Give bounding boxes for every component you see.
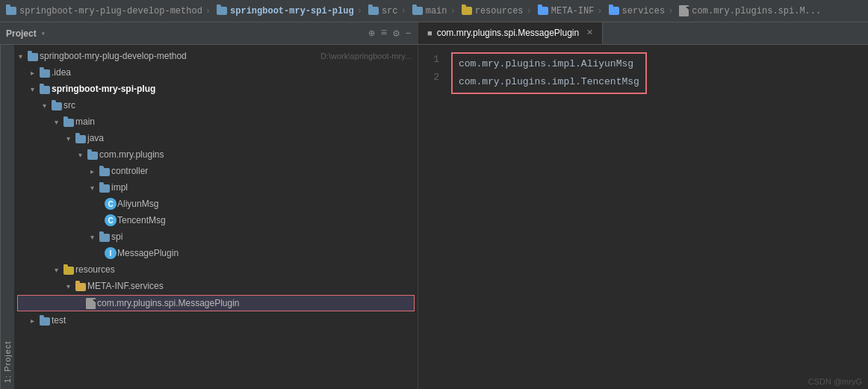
tree-item-main[interactable]: ▾ main bbox=[14, 113, 418, 130]
minimize-icon[interactable]: – bbox=[406, 27, 412, 40]
code-line-2: com.mry.plugins.impl.TencentMsg bbox=[459, 73, 639, 91]
folder-blue-icon bbox=[98, 182, 111, 193]
service-file-icon bbox=[84, 297, 97, 309]
folder-icon bbox=[6, 7, 16, 15]
tab-close-button[interactable]: ✕ bbox=[586, 28, 593, 37]
breadcrumb-label: src bbox=[382, 6, 398, 16]
panel-arrow: ▾ bbox=[41, 29, 46, 38]
class-icon: C bbox=[104, 214, 117, 227]
breadcrumb-label: springboot-mry-plug-develop-method bbox=[19, 6, 202, 16]
breadcrumb-item-resources[interactable]: resources bbox=[447, 6, 524, 16]
tree-item-resources[interactable]: ▾ resources bbox=[14, 261, 418, 278]
gear-icon[interactable]: ⚙ bbox=[393, 27, 399, 40]
breadcrumb-label: main bbox=[426, 6, 447, 16]
tree-scroll[interactable]: ▾ springboot-mry-plug-develop-method D:\… bbox=[14, 45, 418, 389]
tree-label: MessagePlugin bbox=[117, 248, 412, 258]
folder-blue-icon bbox=[86, 149, 99, 161]
tree-label: AliyunMsg bbox=[117, 199, 412, 209]
tree-item-test[interactable]: ▸ test bbox=[14, 312, 418, 329]
breadcrumb-item-metainf[interactable]: META-INF bbox=[524, 6, 595, 16]
folder-blue-icon bbox=[38, 84, 52, 95]
tree-item-spi[interactable]: ▾ spi bbox=[14, 228, 418, 245]
interface-icon: I bbox=[104, 247, 117, 260]
breadcrumb-item-root[interactable]: springboot-mry-plug-develop-method bbox=[6, 6, 202, 16]
tree-arrow: ▾ bbox=[86, 184, 98, 192]
folder-icon bbox=[217, 7, 227, 15]
service-file-icon bbox=[679, 5, 689, 16]
editor-panel: ■ com.mry.plugins.spi.MessagePlugin ✕ 1 … bbox=[418, 22, 868, 389]
tree-arrow: ▾ bbox=[62, 282, 74, 290]
tree-label: spi bbox=[111, 231, 412, 242]
tree-arrow: ▾ bbox=[38, 102, 50, 110]
tree-arrow: ▾ bbox=[50, 266, 62, 274]
folder-res-icon bbox=[462, 7, 472, 15]
tree-label: controller bbox=[111, 166, 412, 176]
breadcrumb-item-file[interactable]: com.mry.plugins.spi.M... bbox=[665, 5, 821, 16]
folder-blue-icon bbox=[62, 116, 75, 128]
breadcrumb-item-spi[interactable]: springboot-mry-spi-plug bbox=[202, 6, 354, 16]
tree-label: main bbox=[75, 116, 412, 127]
tree-item-messageplugin[interactable]: I MessagePlugin bbox=[14, 245, 418, 261]
folder-blue-icon bbox=[74, 133, 87, 144]
editor-content[interactable]: 1 2 com.mry.plugins.impl.AliyunMsg com.m… bbox=[418, 45, 868, 389]
panel-header-icons: ⊕ ≡ ⚙ – bbox=[368, 27, 412, 40]
breadcrumb-item-src[interactable]: src bbox=[354, 6, 398, 16]
tree-item-idea[interactable]: ▸ .idea bbox=[14, 64, 418, 81]
tree-arrow: ▸ bbox=[86, 167, 98, 175]
tree-arrow: ▾ bbox=[14, 52, 26, 60]
tree-item-package[interactable]: ▾ com.mry.plugins bbox=[14, 146, 418, 163]
tab-label: com.mry.plugins.spi.MessagePlugin bbox=[437, 28, 580, 38]
folder-res-icon bbox=[62, 264, 75, 276]
tree-arrow: ▾ bbox=[74, 151, 86, 159]
tree-arrow: ▾ bbox=[86, 233, 98, 241]
tree-arrow: ▸ bbox=[26, 317, 38, 325]
panel-header: Project ▾ ⊕ ≡ ⚙ – bbox=[0, 22, 418, 45]
tree-content: 1: Project ▾ springboot-mry-plug-develop… bbox=[0, 45, 418, 389]
tree-item-src[interactable]: ▾ src bbox=[14, 97, 418, 113]
tree-label: com.mry.plugins bbox=[99, 149, 412, 160]
folder-blue-icon bbox=[38, 67, 52, 78]
tree-label: springboot-mry-spi-plug bbox=[52, 84, 412, 94]
settings-icon[interactable]: ≡ bbox=[381, 27, 387, 40]
tree-item-aliyunmsg[interactable]: C AliyunMsg bbox=[14, 196, 418, 212]
folder-blue-icon bbox=[26, 51, 40, 62]
tree-item-metainf[interactable]: ▾ META-INF.services bbox=[14, 278, 418, 294]
tree-label: java bbox=[87, 133, 412, 143]
breadcrumb-label: META-INF bbox=[551, 6, 595, 16]
code-area[interactable]: com.mry.plugins.impl.AliyunMsg com.mry.p… bbox=[448, 51, 868, 383]
tree-label: resources bbox=[75, 264, 412, 275]
tree-arrow: ▾ bbox=[50, 118, 62, 126]
breadcrumb: springboot-mry-plug-develop-method sprin… bbox=[0, 0, 868, 22]
breadcrumb-label: com.mry.plugins.spi.M... bbox=[692, 6, 821, 16]
folder-blue-icon bbox=[98, 166, 111, 177]
tree-item-root[interactable]: ▾ springboot-mry-plug-develop-method D:\… bbox=[14, 48, 418, 64]
folder-yellow-icon bbox=[74, 281, 87, 292]
tree-item-java[interactable]: ▾ java bbox=[14, 130, 418, 146]
tree-item-controller[interactable]: ▸ controller bbox=[14, 163, 418, 179]
folder-teal-icon bbox=[538, 7, 548, 15]
project-panel: Project ▾ ⊕ ≡ ⚙ – 1: Project ▾ springboo… bbox=[0, 22, 418, 389]
tree-label: TencentMsg bbox=[117, 215, 412, 225]
tree-label: META-INF.services bbox=[87, 281, 412, 291]
tree-item-tencentmsg[interactable]: C TencentMsg bbox=[14, 212, 418, 228]
breadcrumb-label: springboot-mry-spi-plug bbox=[230, 6, 354, 16]
tree-item-impl[interactable]: ▾ impl bbox=[14, 179, 418, 196]
tree-path: D:\work\springboot-mry... bbox=[320, 52, 412, 60]
breadcrumb-item-services[interactable]: services bbox=[594, 6, 665, 16]
sync-icon[interactable]: ⊕ bbox=[368, 27, 374, 40]
editor-tab-active[interactable]: ■ com.mry.plugins.spi.MessagePlugin ✕ bbox=[418, 22, 603, 44]
tree-arrow: ▾ bbox=[62, 134, 74, 143]
breadcrumb-item-main[interactable]: main bbox=[398, 6, 447, 16]
folder-blue-icon bbox=[50, 100, 63, 111]
tree-label: test bbox=[52, 315, 412, 326]
tree-arrow: ▸ bbox=[26, 69, 38, 77]
line-number: 2 bbox=[418, 69, 439, 87]
line-numbers: 1 2 bbox=[418, 51, 448, 383]
folder-blue-icon bbox=[38, 315, 52, 326]
code-line-1: com.mry.plugins.impl.AliyunMsg bbox=[459, 55, 639, 73]
panel-title: Project bbox=[6, 28, 37, 39]
folder-icon bbox=[412, 7, 423, 15]
tree-item-service-file[interactable]: com.mry.plugins.spi.MessagePlugin bbox=[17, 295, 415, 311]
tree-item-spi-plug[interactable]: ▾ springboot-mry-spi-plug bbox=[14, 81, 418, 97]
line-number: 1 bbox=[418, 51, 439, 69]
